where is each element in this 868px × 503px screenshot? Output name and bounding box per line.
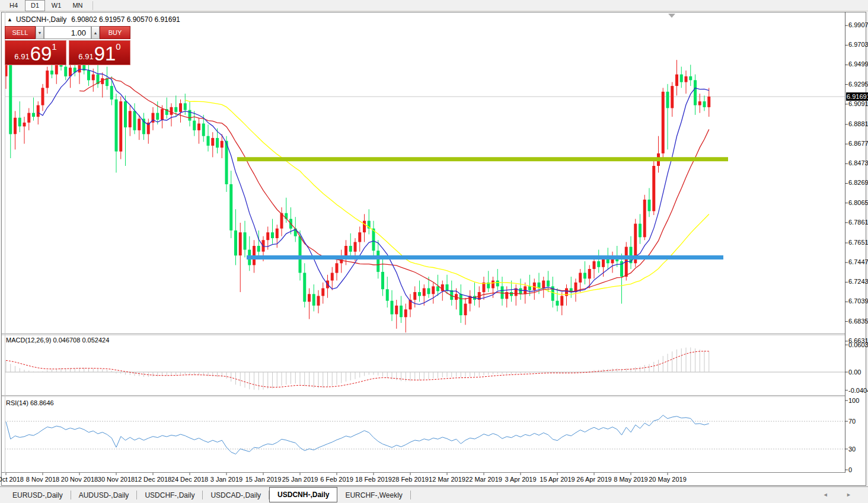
buy-price-small: 6.91 bbox=[78, 52, 93, 61]
macd-axis-label: 0.060342 bbox=[848, 341, 868, 349]
candle-body bbox=[184, 103, 187, 110]
chart-tab-usdcad-daily[interactable]: USDCAD-,Daily bbox=[203, 489, 269, 502]
chart-canvas[interactable] bbox=[0, 0, 868, 503]
candle-body bbox=[694, 80, 697, 105]
price-axis-label: 6.68350 bbox=[848, 318, 868, 325]
candle-body bbox=[381, 272, 384, 289]
candle-body bbox=[464, 304, 467, 316]
price-axis-label: 6.78610 bbox=[848, 219, 868, 226]
candle-body bbox=[87, 71, 90, 80]
candle-body bbox=[156, 113, 159, 120]
volume-increase-button[interactable]: ▲ bbox=[91, 26, 100, 39]
candle-body bbox=[138, 118, 141, 130]
candle-body bbox=[666, 92, 669, 108]
price-axis-label: 6.74470 bbox=[848, 258, 868, 266]
chart-tab-eurusd-daily[interactable]: EURUSD-,Daily bbox=[5, 489, 71, 502]
volume-decrease-button[interactable]: ▼ bbox=[36, 26, 44, 39]
candle-body bbox=[124, 101, 127, 127]
candle-body bbox=[588, 269, 591, 278]
buy-price-big: 91 bbox=[94, 45, 116, 63]
candle-body bbox=[358, 232, 361, 242]
candle-body bbox=[432, 286, 435, 294]
candle-body bbox=[161, 109, 164, 120]
candle-body bbox=[579, 273, 582, 283]
candle-body bbox=[400, 306, 403, 318]
candle-body bbox=[404, 309, 407, 317]
macd-indicator-label: MACD(12,26,9) 0.046708 0.052424 bbox=[6, 337, 109, 344]
candle-body bbox=[37, 105, 40, 117]
candle-body bbox=[32, 113, 35, 117]
candle-body bbox=[510, 292, 513, 296]
timeframe-button-h4[interactable]: H4 bbox=[4, 0, 24, 11]
candle-body bbox=[528, 286, 531, 290]
ma-fast-line bbox=[38, 69, 709, 305]
candle-body bbox=[648, 200, 651, 212]
ohlc-values: 6.90802 6.91957 6.90570 6.91691 bbox=[71, 15, 180, 24]
candle-body bbox=[27, 113, 30, 123]
price-axis-label: 6.70390 bbox=[848, 297, 868, 305]
sell-price-big: 69 bbox=[30, 45, 52, 63]
candle-body bbox=[271, 232, 274, 238]
candle-body bbox=[308, 294, 311, 302]
buy-price-sup: 0 bbox=[116, 42, 120, 51]
candle-body bbox=[299, 236, 302, 273]
price-axis-label: 6.92950 bbox=[848, 81, 868, 88]
chart-tab-usdcnh-daily[interactable]: USDCNH-,Daily bbox=[269, 487, 337, 502]
candle-body bbox=[436, 286, 439, 291]
candle-body bbox=[423, 289, 426, 296]
candle-body bbox=[110, 86, 113, 100]
chart-tab-audusd-daily[interactable]: AUDUSD-,Daily bbox=[71, 489, 137, 502]
price-axis-label: 6.82690 bbox=[848, 179, 868, 187]
buy-button[interactable]: BUY bbox=[100, 26, 130, 39]
scroll-to-end-marker-icon[interactable] bbox=[668, 14, 675, 18]
symbol-period-label: USDCNH-,Daily bbox=[16, 15, 66, 24]
candle-body bbox=[211, 138, 214, 146]
candle-body bbox=[685, 76, 688, 82]
candle-body bbox=[671, 86, 674, 108]
one-click-trade-panel: SELL ▼ ▲ BUY 6.91 69 1 6.91 91 0 bbox=[5, 26, 130, 65]
panel-frames bbox=[2, 12, 848, 475]
candle-body bbox=[331, 273, 334, 281]
sell-button[interactable]: SELL bbox=[5, 26, 36, 39]
candle-body bbox=[239, 232, 242, 255]
collapse-arrow-icon[interactable]: ▲ bbox=[7, 17, 12, 23]
main-chart-layer bbox=[5, 47, 845, 332]
candle-body bbox=[675, 75, 678, 86]
rsi-axis-label: 100 bbox=[848, 397, 859, 405]
chart-tab-usdchf-daily[interactable]: USDCHF-,Daily bbox=[137, 489, 202, 502]
candle-body bbox=[643, 200, 646, 237]
candle-body bbox=[698, 101, 701, 105]
tab-scroll-arrows[interactable]: ◄ ► bbox=[823, 492, 860, 498]
candle-body bbox=[92, 75, 95, 81]
chart-tab-eurchf-weekly[interactable]: EURCHF-,Weekly bbox=[337, 489, 410, 502]
timeframe-button-w1[interactable]: W1 bbox=[46, 0, 66, 11]
candle-body bbox=[547, 281, 550, 287]
candle-body bbox=[413, 292, 416, 300]
price-axis-label: 6.88810 bbox=[848, 120, 868, 128]
support-ray[interactable] bbox=[247, 255, 723, 259]
price-axis-label: 6.84730 bbox=[848, 159, 868, 167]
sell-price-small: 6.91 bbox=[14, 52, 29, 61]
candle-body bbox=[607, 259, 609, 264]
candle-body bbox=[501, 286, 504, 299]
candle-body bbox=[216, 138, 219, 148]
ma-mid-line bbox=[79, 78, 709, 299]
candle-body bbox=[376, 251, 379, 272]
candle-body bbox=[202, 124, 205, 136]
resistance-ray[interactable] bbox=[237, 157, 728, 161]
candle-body bbox=[193, 121, 196, 130]
candle-body bbox=[689, 76, 692, 81]
volume-input[interactable] bbox=[44, 26, 91, 39]
timeframe-button-d1[interactable]: D1 bbox=[25, 0, 45, 11]
candle-body bbox=[492, 281, 494, 289]
candle-body bbox=[312, 294, 315, 306]
candle-body bbox=[221, 141, 224, 148]
buy-price-tile[interactable]: 6.91 91 0 bbox=[69, 40, 130, 65]
timeframe-button-mn[interactable]: MN bbox=[68, 0, 88, 11]
candle-body bbox=[46, 71, 49, 88]
macd-axis-label: -0.040415 bbox=[848, 387, 868, 395]
tab-separator bbox=[410, 491, 411, 499]
candle-body bbox=[639, 224, 642, 238]
sell-price-tile[interactable]: 6.91 69 1 bbox=[5, 40, 66, 65]
candle-body bbox=[174, 107, 177, 112]
